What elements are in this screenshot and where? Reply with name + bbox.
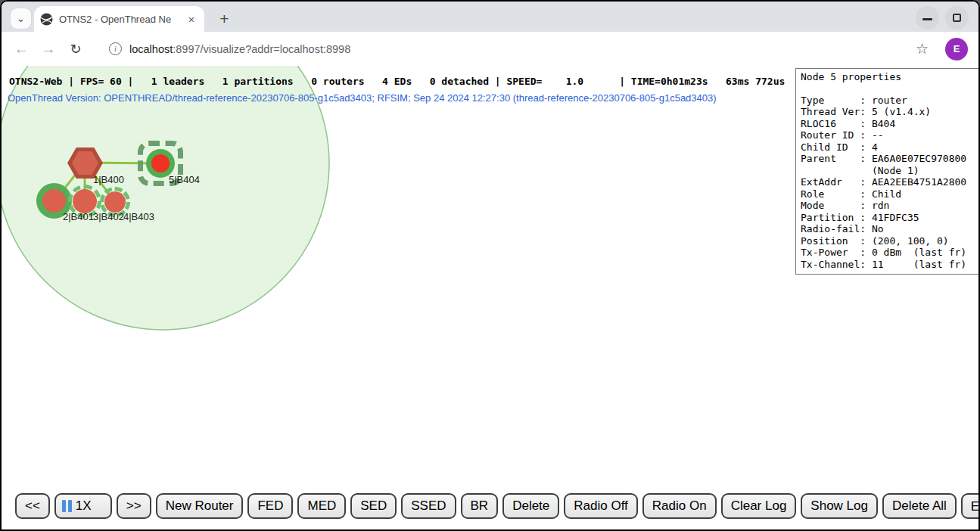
ssed-button[interactable]: SSED [401,493,456,519]
show-log-button[interactable]: Show Log [801,493,878,519]
maximize-icon [953,14,961,22]
plus-icon: + [219,10,229,28]
back-icon[interactable]: ← [8,41,35,57]
radio-on-button[interactable]: Radio On [642,493,717,519]
node-2-circle[interactable] [42,189,66,213]
panel-body: Type : router Thread Ver: 5 (v1.4.x) RLO… [801,95,975,271]
node-4-label: 4|B403 [123,211,154,222]
profile-avatar[interactable]: E [945,38,968,61]
node-properties-panel: Node 5 properties Type : router Thread V… [795,68,978,275]
rewind-button[interactable]: << [15,493,50,519]
url-host: localhost [129,43,173,55]
url-path: :8997/visualize?addr=localhost:8998 [173,43,350,55]
chevron-down-icon: ⌄ [17,13,25,24]
favicon-globe-icon [40,13,53,26]
energy-stats-button[interactable]: Energy-stats ↗ [961,493,978,519]
pause-icon [62,500,72,512]
node-1-hexagon-fill [72,151,98,175]
node-5-circle[interactable] [151,154,170,172]
br-button[interactable]: BR [461,493,499,519]
delete-all-button[interactable]: Delete All [882,493,957,519]
sed-button[interactable]: SED [350,493,397,519]
forward-icon[interactable]: → [35,41,62,57]
tab-otns2[interactable]: OTNS2 - OpenThread Ne × [34,6,204,32]
node-3-circle[interactable] [73,189,97,213]
speed-pause-button[interactable]: 1X [54,493,112,519]
delete-button[interactable]: Delete [502,493,559,519]
minimize-icon [922,18,932,20]
navigation-bar: ← → ↻ i localhost:8997/visualize?addr=lo… [2,32,978,67]
bookmark-star-icon[interactable]: ☆ [916,40,929,57]
radio-off-button[interactable]: Radio Off [564,493,638,519]
fast-forward-button[interactable]: >> [117,493,151,519]
clear-log-button[interactable]: Clear Log [721,493,797,519]
bottom-toolbar: << 1X >> New Router FED MED SED SSED BR … [15,493,978,519]
node-1-label: 1|B400 [93,174,124,185]
node-2-label: 2|B401 [63,211,94,222]
fed-button[interactable]: FED [247,493,293,519]
address-bar[interactable]: localhost:8997/visualize?addr=localhost:… [129,43,350,55]
node-5-label: 5|B404 [169,174,200,185]
simulation-canvas: OTNS2-Web | FPS= 60 | 1 leaders 1 partit… [2,66,978,529]
new-tab-button[interactable]: + [214,8,235,29]
reload-icon[interactable]: ↻ [62,41,89,57]
tab-close-icon[interactable]: × [185,12,198,26]
speed-label: 1X [76,498,92,514]
maximize-button[interactable] [945,6,969,30]
tab-search-button[interactable]: ⌄ [11,8,31,29]
minimize-button[interactable] [916,6,939,30]
node-4-circle[interactable] [104,191,126,213]
med-button[interactable]: MED [297,493,346,519]
new-router-button[interactable]: New Router [156,493,244,519]
browser-window: ⌄ OTNS2 - OpenThread Ne × + ← → ↻ i loca… [0,0,980,531]
node-3-label: 3|B402 [93,211,124,222]
panel-title: Node 5 properties [801,71,975,83]
tab-strip: ⌄ OTNS2 - OpenThread Ne × + [2,2,978,32]
tab-title: OTNS2 - OpenThread Ne [59,14,185,25]
site-info-icon[interactable]: i [109,42,122,55]
